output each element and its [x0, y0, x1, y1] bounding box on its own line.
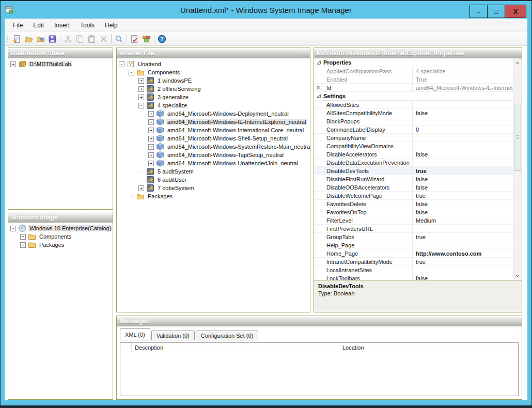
scrollbar-thumb[interactable] [514, 104, 521, 171]
tree-item[interactable]: +amd64_Microsoft-Windows-TapiSetup_neutr… [117, 151, 310, 159]
close-button[interactable]: X [505, 5, 526, 18]
collapse-box-icon[interactable]: - [10, 226, 16, 231]
property-row[interactable]: Help_Page [314, 241, 513, 249]
help-icon[interactable]: ? [156, 33, 168, 45]
tab-configuration-set-0-[interactable]: Configuration Set (0) [196, 331, 259, 340]
expand-box-icon[interactable]: + [148, 161, 154, 166]
property-value[interactable]: false [412, 200, 513, 208]
property-row[interactable]: DisableOOBAcceleratorsfalse [314, 183, 513, 192]
messages-column-header[interactable]: Description [132, 343, 339, 352]
property-value[interactable]: false [412, 150, 513, 158]
new-answer-file-icon[interactable] [11, 33, 23, 45]
property-row[interactable]: LocalIntranetSites [314, 266, 513, 274]
collapse-box-icon[interactable]: - [119, 61, 124, 67]
property-row[interactable]: LockToolbarsfalse [314, 274, 513, 280]
expand-box-icon[interactable]: + [20, 234, 26, 240]
menu-item-help[interactable]: Help [100, 20, 123, 31]
tree-item[interactable]: +7 oobeSystem [117, 184, 310, 192]
create-configuration-set-icon[interactable] [140, 33, 152, 45]
tree-item[interactable]: -Unattend [117, 60, 310, 68]
menu-item-tools[interactable]: Tools [75, 20, 100, 31]
property-row[interactable]: FindProvidersURL [314, 225, 513, 233]
tree-item[interactable]: +Packages [8, 241, 113, 249]
tree-item[interactable]: +amd64_Microsoft-Windows-UnattendedJoin_… [117, 159, 310, 167]
tree-item[interactable]: Packages [117, 192, 310, 200]
expand-box-icon[interactable]: + [138, 78, 144, 84]
row-expand-icon[interactable] [314, 85, 323, 90]
tree-item[interactable]: -4 specialize [117, 101, 310, 109]
collapse-box-icon[interactable]: - [129, 70, 134, 75]
collapse-box-icon[interactable]: - [138, 103, 144, 108]
expand-box-icon[interactable]: + [148, 152, 154, 158]
property-value[interactable]: false [412, 274, 513, 280]
property-row[interactable]: DisableDataExecutionPrevention [314, 159, 513, 167]
property-value[interactable] [412, 225, 513, 232]
property-row[interactable]: AllowedSites [314, 101, 513, 109]
property-row[interactable]: FilterLevelMedium [314, 216, 513, 225]
expand-box-icon[interactable]: + [138, 86, 144, 92]
property-value[interactable]: http://www.contoso.com [412, 249, 513, 257]
property-row[interactable]: DisableAcceleratorsfalse [314, 150, 513, 159]
tree-item[interactable]: +amd64_Microsoft-Windows-SystemRestore-M… [117, 143, 310, 151]
tree-item[interactable]: +amd64_Microsoft-Windows-Shell-Setup_neu… [117, 134, 310, 143]
expand-box-icon[interactable]: + [20, 242, 26, 248]
tree-item[interactable]: +amd64_Microsoft-Windows-International-C… [117, 126, 310, 134]
category-row[interactable]: Properties [314, 58, 513, 67]
property-value[interactable]: false [412, 109, 513, 117]
maximize-button[interactable]: □ [488, 5, 505, 18]
property-row[interactable]: CompatibilityViewDomains [314, 142, 513, 150]
tab-validation-0-[interactable]: Validation (0) [151, 331, 195, 340]
expand-box-icon[interactable]: + [148, 144, 154, 150]
tree-item[interactable]: +1 windowsPE [117, 76, 310, 85]
scroll-up-icon[interactable] [513, 58, 522, 67]
expand-box-icon[interactable]: + [148, 119, 154, 125]
property-value[interactable] [412, 159, 513, 166]
tree-item[interactable]: +3 generalize [117, 93, 310, 101]
tree-item[interactable]: +amd64_Microsoft-Windows-IE-InternetExpl… [117, 118, 310, 126]
property-row[interactable]: Home_Pagehttp://www.contoso.com [314, 249, 513, 258]
property-value[interactable] [412, 101, 513, 108]
validate-answer-file-icon[interactable] [129, 33, 140, 45]
property-value[interactable]: True [412, 75, 513, 83]
find-icon[interactable] [113, 33, 125, 45]
property-value[interactable]: false [412, 175, 513, 183]
category-expanded-icon[interactable] [314, 93, 323, 99]
property-value[interactable]: Medium [412, 216, 513, 224]
tree-item[interactable]: 6 auditUser [117, 176, 310, 184]
property-row[interactable]: AllSitesCompatibilityModefalse [314, 109, 513, 117]
property-value[interactable]: true [412, 167, 513, 175]
tree-item[interactable]: -Windows 10 Enterprise(Catalog) [8, 224, 113, 232]
property-value[interactable]: amd64_Microsoft-Windows-IE-InternetEx [412, 84, 513, 91]
messages-column-header[interactable]: Location [339, 343, 518, 352]
menu-item-edit[interactable]: Edit [28, 20, 49, 31]
property-value[interactable]: true [412, 192, 513, 199]
property-value[interactable] [412, 266, 513, 274]
save-answer-file-icon[interactable] [46, 33, 58, 45]
property-value[interactable]: 0 [412, 125, 513, 133]
tab-xml-0-[interactable]: XML (0) [120, 328, 150, 340]
menu-item-insert[interactable]: Insert [49, 20, 75, 31]
property-row[interactable]: DisableDevToolstrue [314, 167, 513, 175]
property-row[interactable]: CommandLabelDisplay0 [314, 125, 513, 134]
property-row[interactable]: CompanyName [314, 134, 513, 142]
property-row[interactable]: IntranetCompatibilityModetrue [314, 258, 513, 266]
property-row[interactable]: EnabledTrue [314, 75, 513, 84]
property-row[interactable]: Idamd64_Microsoft-Windows-IE-InternetEx [314, 84, 513, 92]
expand-box-icon[interactable]: + [148, 111, 154, 117]
category-expanded-icon[interactable] [314, 60, 323, 65]
expand-box-icon[interactable]: + [138, 185, 144, 191]
property-row[interactable]: DisableFirstRunWizardfalse [314, 175, 513, 183]
category-row[interactable]: Settings [314, 92, 513, 101]
property-value[interactable]: true [412, 258, 513, 265]
open-answer-file-icon[interactable] [23, 33, 35, 45]
property-value[interactable]: false [412, 183, 513, 191]
scroll-down-icon[interactable] [513, 271, 522, 280]
tree-item[interactable]: +2 offlineServicing [117, 85, 310, 93]
property-value[interactable]: 4 specialize [412, 67, 513, 75]
property-row[interactable]: FavoritesDeletefalse [314, 200, 513, 208]
property-row[interactable]: AppliedConfigurationPass4 specialize [314, 67, 513, 75]
property-row[interactable]: BlockPopups [314, 117, 513, 125]
minimize-button[interactable]: – [470, 5, 487, 18]
property-value[interactable]: false [412, 208, 513, 216]
expand-box-icon[interactable]: + [10, 61, 16, 67]
